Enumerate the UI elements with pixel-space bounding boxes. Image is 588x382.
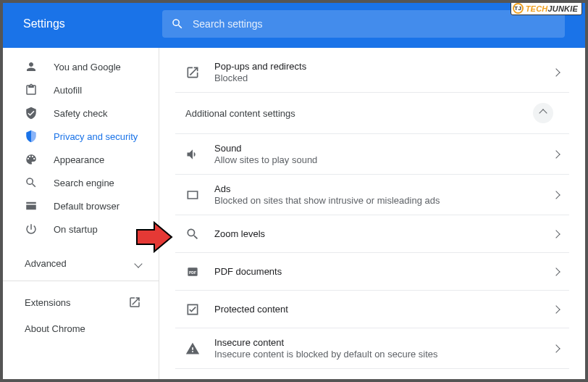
row-subtitle: Allow sites to play sound bbox=[214, 154, 539, 165]
zoom-icon bbox=[185, 227, 200, 241]
chevron-right-icon bbox=[552, 267, 560, 275]
sidebar-item-default-browser[interactable]: Default browser bbox=[3, 194, 159, 217]
row-text: PDF documents bbox=[214, 266, 539, 277]
row-text: Insecure content Insecure content is blo… bbox=[214, 337, 539, 360]
power-icon bbox=[25, 223, 38, 236]
main-content: Pop-ups and redirects Blocked Additional… bbox=[159, 48, 585, 379]
sidebar-item-label: Appearance bbox=[54, 154, 104, 165]
chevron-right-icon bbox=[552, 230, 560, 238]
sidebar-item-label: You and Google bbox=[54, 62, 121, 72]
search-icon bbox=[25, 176, 38, 189]
row-ads[interactable]: Ads Blocked on sites that show intrusive… bbox=[175, 175, 569, 215]
row-title: Insecure content bbox=[214, 337, 539, 348]
section-additional-content[interactable]: Additional content settings bbox=[175, 93, 569, 134]
palette-icon bbox=[25, 153, 38, 166]
person-icon bbox=[25, 60, 38, 73]
settings-window: TJ TECHJUNKIE Settings You and Google Au… bbox=[3, 3, 585, 379]
sidebar-item-label: Default browser bbox=[54, 201, 119, 212]
sidebar-item-label: Search engine bbox=[54, 178, 114, 188]
red-arrow-annotation bbox=[135, 221, 173, 256]
protected-icon bbox=[185, 302, 200, 317]
section-label: Additional content settings bbox=[185, 108, 295, 119]
watermark-badge: TJ bbox=[513, 3, 524, 14]
search-icon bbox=[171, 17, 184, 30]
sidebar-item-label: Safety check bbox=[54, 108, 107, 119]
ads-icon bbox=[185, 188, 200, 202]
sidebar-item-search-engine[interactable]: Search engine bbox=[3, 171, 159, 194]
header-bar: Settings bbox=[3, 3, 585, 45]
techjunkie-watermark: TJ TECHJUNKIE bbox=[511, 3, 582, 15]
row-text: Zoom levels bbox=[214, 228, 539, 239]
sidebar-footer: Extensions About Chrome bbox=[3, 281, 159, 341]
row-sound[interactable]: Sound Allow sites to play sound bbox=[175, 134, 569, 175]
external-link-icon bbox=[128, 296, 141, 309]
search-input[interactable] bbox=[193, 18, 556, 30]
row-text: Ads Blocked on sites that show intrusive… bbox=[214, 183, 539, 206]
chevron-down-icon bbox=[134, 259, 142, 267]
sidebar-item-safety-check[interactable]: Safety check bbox=[3, 101, 159, 125]
row-zoom-levels[interactable]: Zoom levels bbox=[175, 215, 569, 253]
browser-icon bbox=[25, 199, 38, 212]
watermark-text-b: JUNKIE bbox=[547, 4, 578, 13]
row-pdf-documents[interactable]: PDF PDF documents bbox=[175, 253, 569, 291]
sidebar-item-you-and-google[interactable]: You and Google bbox=[3, 55, 159, 78]
row-protected-content[interactable]: Protected content bbox=[175, 291, 569, 328]
shield-check-icon bbox=[25, 107, 38, 120]
clipboard-icon bbox=[25, 83, 38, 96]
chevron-up-icon bbox=[539, 109, 547, 117]
chevron-right-icon bbox=[552, 150, 560, 158]
sidebar-item-label: Autofill bbox=[54, 85, 82, 96]
row-title: Sound bbox=[214, 143, 539, 154]
sidebar-item-extensions[interactable]: Extensions bbox=[3, 288, 159, 316]
collapse-button[interactable] bbox=[533, 103, 553, 123]
row-subtitle: Blocked on sites that show intrusive or … bbox=[214, 195, 539, 206]
row-title: Ads bbox=[214, 183, 539, 194]
body-container: You and Google Autofill Safety check Pri… bbox=[3, 48, 585, 379]
popup-icon bbox=[185, 65, 200, 80]
chevron-right-icon bbox=[552, 305, 560, 313]
row-insecure-content[interactable]: Insecure content Insecure content is blo… bbox=[175, 328, 569, 369]
watermark-text-a: TECH bbox=[526, 4, 548, 13]
row-text: Pop-ups and redirects Blocked bbox=[214, 61, 539, 83]
sidebar-item-label: On startup bbox=[54, 224, 98, 235]
sidebar-item-autofill[interactable]: Autofill bbox=[3, 78, 159, 101]
row-title: Zoom levels bbox=[214, 228, 539, 239]
sidebar-item-label: Privacy and security bbox=[54, 131, 138, 142]
chevron-right-icon bbox=[552, 191, 560, 199]
warning-icon bbox=[185, 341, 200, 356]
sidebar-item-privacy-security[interactable]: Privacy and security bbox=[3, 125, 159, 148]
chevron-right-icon bbox=[552, 68, 560, 76]
row-title: PDF documents bbox=[214, 266, 539, 277]
shield-icon bbox=[25, 130, 38, 143]
chevron-right-icon bbox=[552, 344, 560, 352]
search-box[interactable] bbox=[162, 10, 565, 38]
row-subtitle: Insecure content is blocked by default o… bbox=[214, 349, 539, 360]
sidebar: You and Google Autofill Safety check Pri… bbox=[3, 48, 159, 379]
row-title: Pop-ups and redirects bbox=[214, 61, 539, 72]
sound-icon bbox=[185, 147, 200, 162]
row-title: Protected content bbox=[214, 304, 539, 315]
sidebar-item-label: About Chrome bbox=[25, 323, 85, 334]
row-text: Protected content bbox=[214, 304, 539, 315]
pdf-icon: PDF bbox=[185, 265, 200, 279]
svg-text:PDF: PDF bbox=[189, 270, 196, 274]
row-subtitle: Blocked bbox=[214, 72, 539, 83]
advanced-label: Advanced bbox=[25, 258, 67, 269]
page-title: Settings bbox=[23, 17, 146, 30]
row-popups-redirects[interactable]: Pop-ups and redirects Blocked bbox=[175, 52, 569, 93]
sidebar-item-label: Extensions bbox=[25, 297, 71, 308]
sidebar-item-about-chrome[interactable]: About Chrome bbox=[3, 316, 159, 341]
row-text: Sound Allow sites to play sound bbox=[214, 143, 539, 165]
sidebar-item-appearance[interactable]: Appearance bbox=[3, 148, 159, 171]
